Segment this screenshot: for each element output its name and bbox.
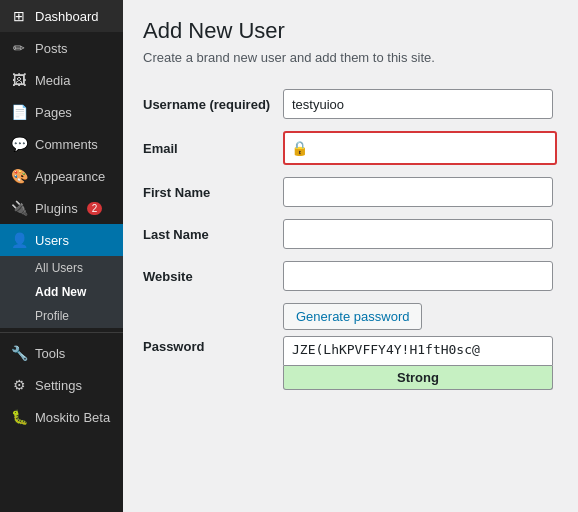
username-field-cell [283,83,558,125]
firstname-input[interactable] [283,177,553,207]
website-row: Website [143,255,558,297]
email-row: Email 🔒 [143,125,558,171]
lastname-row: Last Name [143,213,558,255]
sidebar-item-comments[interactable]: 💬 Comments [0,128,123,160]
pages-icon: 📄 [10,104,28,120]
sidebar-item-settings[interactable]: ⚙ Settings [0,369,123,401]
sidebar-item-tools[interactable]: 🔧 Tools [0,337,123,369]
sidebar-item-label: Users [35,233,69,248]
sidebar-item-label: Pages [35,105,72,120]
username-input[interactable] [283,89,553,119]
firstname-label: First Name [143,171,283,213]
sidebar-item-label: Comments [35,137,98,152]
password-value: JZE(LhKPVFFY4Y!H1ftH0sc@ [283,336,553,366]
username-row: Username (required) [143,83,558,125]
lock-icon: 🔒 [285,140,314,156]
sidebar-item-label: Tools [35,346,65,361]
sidebar-item-dashboard[interactable]: ⊞ Dashboard [0,0,123,32]
moskito-icon: 🐛 [10,409,28,425]
page-description: Create a brand new user and add them to … [143,50,558,65]
submenu-add-new[interactable]: Add New [0,280,123,304]
sidebar-item-posts[interactable]: ✏ Posts [0,32,123,64]
email-label: Email [143,125,283,171]
email-input-wrapper: 🔒 [283,131,557,165]
media-icon: 🖼 [10,72,28,88]
plugins-icon: 🔌 [10,200,28,216]
username-label: Username (required) [143,83,283,125]
generate-password-button[interactable]: Generate password [283,303,422,330]
lastname-input[interactable] [283,219,553,249]
email-field-cell: 🔒 [283,125,558,171]
submenu-profile[interactable]: Profile [0,304,123,328]
sidebar-item-moskito[interactable]: 🐛 Moskito Beta [0,401,123,433]
sidebar-divider [0,332,123,333]
sidebar-item-label: Settings [35,378,82,393]
lastname-label: Last Name [143,213,283,255]
website-input[interactable] [283,261,553,291]
sidebar-item-label: Appearance [35,169,105,184]
sidebar: ⊞ Dashboard ✏ Posts 🖼 Media 📄 Pages 💬 Co… [0,0,123,512]
sidebar-item-appearance[interactable]: 🎨 Appearance [0,160,123,192]
plugins-badge: 2 [87,202,103,215]
settings-icon: ⚙ [10,377,28,393]
submenu-all-users[interactable]: All Users [0,256,123,280]
password-strength-indicator: Strong [283,366,553,390]
sidebar-item-label: Dashboard [35,9,99,24]
users-submenu: All Users Add New Profile [0,256,123,328]
password-field-cell: Generate password JZE(LhKPVFFY4Y!H1ftH0s… [283,297,558,396]
sidebar-item-label: Media [35,73,70,88]
page-title: Add New User [143,18,558,44]
sidebar-item-media[interactable]: 🖼 Media [0,64,123,96]
add-user-form: Username (required) Email 🔒 First Name [143,83,558,396]
firstname-field-cell [283,171,558,213]
main-content: Add New User Create a brand new user and… [123,0,578,512]
posts-icon: ✏ [10,40,28,56]
sidebar-item-users[interactable]: 👤 Users [0,224,123,256]
appearance-icon: 🎨 [10,168,28,184]
sidebar-item-label: Plugins [35,201,78,216]
lastname-field-cell [283,213,558,255]
email-input[interactable] [314,135,555,161]
sidebar-item-label: Moskito Beta [35,410,110,425]
comments-icon: 💬 [10,136,28,152]
password-row: Password Generate password JZE(LhKPVFFY4… [143,297,558,396]
users-icon: 👤 [10,232,28,248]
password-label: Password [143,297,283,396]
website-field-cell [283,255,558,297]
website-label: Website [143,255,283,297]
tools-icon: 🔧 [10,345,28,361]
dashboard-icon: ⊞ [10,8,28,24]
sidebar-item-plugins[interactable]: 🔌 Plugins 2 [0,192,123,224]
sidebar-item-pages[interactable]: 📄 Pages [0,96,123,128]
sidebar-item-label: Posts [35,41,68,56]
firstname-row: First Name [143,171,558,213]
